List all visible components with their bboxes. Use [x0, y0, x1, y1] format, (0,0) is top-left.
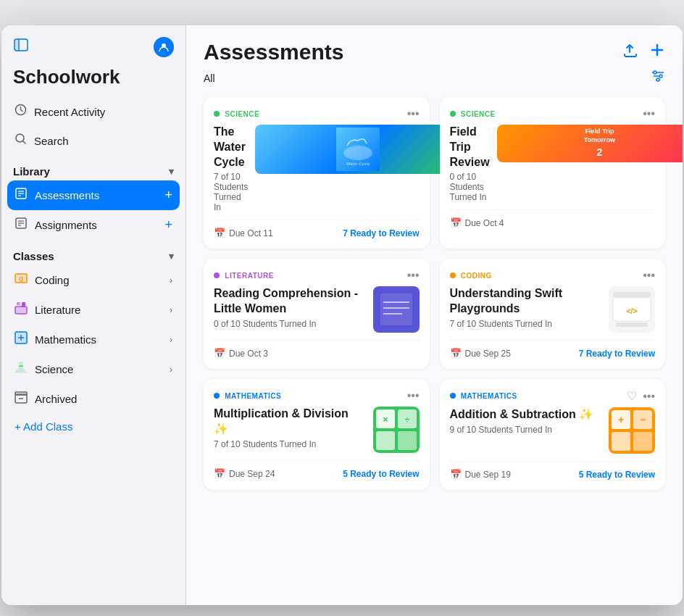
card-info: Multiplication & Division ✨ 7 of 10 Stud… [214, 407, 366, 453]
filter-all-label: All [204, 72, 215, 84]
svg-point-37 [656, 78, 659, 81]
library-chevron-icon[interactable]: ▾ [169, 166, 174, 177]
card-review-label[interactable]: 5 Ready to Review [343, 469, 419, 479]
sidebar-item-science[interactable]: Science › [7, 354, 180, 384]
library-title: Library [13, 165, 50, 178]
card-review-label[interactable]: 7 Ready to Review [579, 349, 655, 359]
subject-dot [450, 111, 456, 117]
sidebar-item-mathematics[interactable]: Mathematics › [7, 325, 180, 354]
card-body: Addition & Subtraction ✨ 9 of 10 Student… [450, 407, 656, 454]
filter-icon[interactable] [651, 69, 665, 87]
svg-rect-51 [616, 322, 648, 327]
card-subtitle: 7 of 10 Students Turned In [214, 439, 366, 449]
literature-label: Literature [35, 304, 80, 316]
mathematics-label: Mathematics [35, 333, 96, 346]
svg-rect-55 [376, 431, 395, 450]
avatar[interactable] [154, 37, 174, 57]
assessments-item-left: Assessments [14, 187, 99, 204]
add-class-button[interactable]: + Add Class [7, 414, 180, 439]
card-reading-comprehension[interactable]: LITERATURE ••• Reading Comprehension - L… [204, 259, 430, 369]
sidebar-item-assignments[interactable]: Assignments + [7, 210, 180, 240]
card-subject-label: LITERATURE [214, 272, 274, 280]
assignments-add-icon[interactable]: + [164, 217, 172, 233]
main-content: Assessments All [186, 25, 683, 605]
sidebar-header [1, 37, 185, 63]
card-subtitle: 7 of 10 Students Turned In [214, 172, 248, 212]
card-subject-label: CODING [450, 272, 492, 280]
card-review-label[interactable]: 7 Ready to Review [343, 228, 419, 238]
svg-text:×: × [383, 415, 388, 425]
card-addition[interactable]: MATHEMATICS ♡ ••• Addition & Subtraction… [440, 379, 666, 490]
card-footer: 📅 Due Sep 25 7 Ready to Review [450, 340, 656, 359]
card-more-button[interactable]: ••• [643, 107, 655, 120]
add-assessment-button[interactable] [649, 42, 665, 62]
card-more-button[interactable]: ••• [407, 269, 420, 282]
sidebar-item-assessments[interactable]: Assessments + [7, 180, 180, 210]
sidebar-toggle-icon[interactable] [13, 37, 29, 57]
literature-chevron-icon: › [170, 305, 172, 315]
favorite-button[interactable]: ♡ [627, 389, 637, 403]
card-subject-label: SCIENCE [214, 110, 259, 118]
search-icon [14, 133, 27, 149]
card-due: 📅 Due Sep 25 [450, 348, 511, 359]
card-thumbnail [373, 286, 420, 333]
card-footer: 📅 Due Oct 3 [214, 340, 420, 359]
sidebar-item-recent-activity[interactable]: Recent Activity [7, 97, 180, 126]
svg-rect-49 [613, 292, 651, 298]
card-thumbnail: Field Trip Tomorrow 2 [497, 125, 683, 162]
card-review-label[interactable]: 5 Ready to Review [579, 470, 655, 480]
classes-chevron-icon[interactable]: ▾ [169, 251, 174, 262]
card-water-cycle[interactable]: SCIENCE ••• The Water Cycle 7 of 10 Stud… [204, 97, 430, 249]
search-label: Search [34, 135, 69, 147]
card-footer: 📅 Due Sep 19 5 Ready to Review [450, 461, 656, 480]
calendar-icon: 📅 [214, 468, 225, 479]
svg-point-40 [343, 146, 372, 160]
svg-text:−: − [640, 414, 646, 425]
card-multiplication[interactable]: MATHEMATICS ••• Multiplication & Divisio… [204, 379, 430, 490]
main-actions [622, 42, 665, 62]
sidebar-item-archived[interactable]: Archived [7, 384, 180, 414]
card-body: The Water Cycle 7 of 10 Students Turned … [214, 125, 420, 212]
mathematics-icon [14, 331, 28, 348]
sidebar-item-literature[interactable]: Literature › [7, 295, 180, 325]
svg-rect-56 [398, 431, 417, 450]
svg-rect-43 [380, 294, 412, 325]
svg-point-35 [654, 71, 656, 74]
card-more-button[interactable]: ••• [643, 390, 655, 403]
svg-line-6 [23, 141, 26, 144]
svg-text:{}: {} [19, 275, 23, 282]
card-more-button[interactable]: ••• [643, 269, 655, 282]
svg-rect-63 [633, 432, 652, 451]
calendar-icon: 📅 [450, 469, 462, 480]
assignments-item-left: Assignments [14, 217, 97, 233]
card-title: Multiplication & Division ✨ [214, 407, 366, 437]
assignments-label: Assignments [35, 219, 97, 231]
recent-activity-icon [14, 104, 27, 120]
card-more-button[interactable]: ••• [407, 107, 420, 120]
subject-dot [214, 393, 220, 399]
card-more-button[interactable]: ••• [407, 389, 420, 402]
card-title: The Water Cycle [214, 125, 248, 170]
card-swift-playgrounds[interactable]: CODING ••• Understanding Swift Playgroun… [440, 259, 666, 369]
sidebar-item-coding[interactable]: {} Coding › [7, 265, 180, 295]
page-title: Assessments [204, 40, 343, 64]
card-due: 📅 Due Oct 11 [214, 228, 273, 238]
card-footer: 📅 Due Sep 24 5 Ready to Review [214, 460, 420, 479]
card-body: Multiplication & Division ✨ 7 of 10 Stud… [214, 407, 420, 453]
assessments-label: Assessments [35, 189, 99, 201]
card-info: Reading Comprehension - Little Women 0 o… [214, 286, 366, 333]
subject-dot [450, 272, 456, 278]
calendar-icon: 📅 [214, 348, 225, 359]
calendar-icon: 📅 [450, 217, 462, 228]
card-footer: 📅 Due Oct 11 7 Ready to Review [214, 220, 420, 238]
svg-rect-62 [612, 432, 630, 451]
card-subtitle: 0 of 10 Students Turned In [450, 172, 490, 202]
card-field-trip[interactable]: SCIENCE ••• Field Trip Review 0 of 10 St… [440, 97, 666, 249]
sidebar-item-search[interactable]: Search [7, 126, 180, 155]
card-title: Field Trip Review [450, 125, 490, 170]
subject-dot [450, 393, 456, 399]
card-due: 📅 Due Sep 24 [214, 468, 275, 479]
literature-icon [14, 301, 28, 318]
upload-button[interactable] [622, 42, 638, 62]
assessments-add-icon[interactable]: + [164, 188, 172, 203]
